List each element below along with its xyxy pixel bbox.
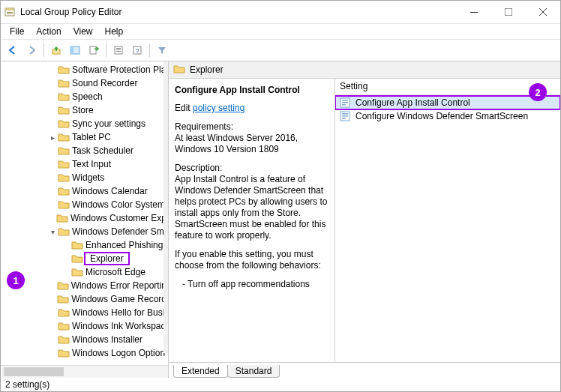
svg-rect-19 [342, 100, 348, 101]
tree-item[interactable]: Windows Ink Workspac [1, 319, 168, 333]
extended-columns: Configure App Install Control Edit polic… [169, 79, 560, 362]
tree-item[interactable]: Text Input [1, 157, 168, 171]
tree-item[interactable]: Enhanced Phishing [1, 238, 168, 252]
menu-view[interactable]: View [68, 25, 99, 38]
tree-item-label: Widgets [72, 172, 104, 183]
tree-item[interactable]: Sync your settings [1, 117, 168, 130]
tree-item[interactable]: Software Protection Pla [1, 63, 168, 76]
folder-icon [57, 294, 69, 304]
back-button[interactable] [4, 41, 22, 59]
tree-item[interactable]: Windows Installer [1, 333, 168, 346]
tree-item-label: Microsoft Edge [86, 267, 146, 277]
minimize-button[interactable] [457, 1, 491, 23]
svg-rect-4 [470, 12, 478, 13]
description-body: App Install Control is a feature of Wind… [175, 174, 328, 241]
status-text: 2 setting(s) [5, 379, 50, 390]
folder-icon [58, 78, 70, 88]
folder-icon [58, 226, 70, 237]
svg-rect-15 [116, 51, 121, 52]
maximize-button[interactable] [491, 1, 526, 23]
tree-item[interactable]: Microsoft Edge [1, 265, 168, 279]
show-hide-tree-button[interactable] [66, 41, 84, 59]
tree-item[interactable]: Windows Calendar [1, 184, 168, 198]
help-button[interactable]: ? [128, 41, 146, 59]
export-list-button[interactable] [85, 41, 103, 59]
up-one-level-button[interactable] [47, 41, 65, 59]
toolbar-separator [149, 43, 150, 57]
tree-item[interactable]: Widgets [1, 171, 168, 184]
tree-item[interactable]: Windows Hello for Busi [1, 306, 168, 319]
tree-item[interactable]: Windows Error Reportin [1, 279, 168, 292]
description-heading: Description: [175, 163, 328, 174]
tree-item-label: Explorer [84, 252, 130, 265]
toolbar-separator [44, 43, 44, 57]
menu-help[interactable]: Help [99, 25, 130, 38]
collapse-icon[interactable]: ▾ [47, 228, 58, 236]
settings-list-item[interactable]: Configure App Install Control [335, 96, 560, 109]
tree-item-label: Windows Defender Sm [72, 226, 164, 237]
tree-item[interactable]: Windows Game Record [1, 292, 168, 306]
folder-icon [173, 64, 185, 76]
tree-item[interactable]: ▸Tablet PC [1, 130, 168, 144]
properties-button[interactable] [110, 41, 128, 59]
tab-standard[interactable]: Standard [227, 365, 280, 378]
folder-icon [58, 307, 70, 318]
vertical-scrollbar[interactable] [164, 61, 168, 353]
horizontal-scrollbar[interactable] [1, 365, 168, 378]
tab-extended[interactable]: Extended [173, 365, 228, 378]
svg-rect-5 [505, 8, 512, 16]
console-body: Explorer Configure App Install Control E… [169, 61, 560, 363]
settings-list-column: Setting Configure App Install ControlCon… [335, 79, 560, 362]
folder-icon [58, 91, 70, 102]
tree-item[interactable]: Task Scheduler [1, 144, 168, 157]
tree-item-label: Windows Game Record [71, 294, 166, 304]
menubar: File Action View Help [1, 24, 560, 40]
tree-item-label: Windows Ink Workspac [72, 321, 165, 331]
folder-icon [58, 186, 70, 196]
folder-icon [58, 348, 70, 358]
svg-rect-14 [116, 49, 121, 50]
svg-rect-1 [5, 8, 14, 10]
menu-file[interactable]: File [4, 25, 30, 38]
forward-button[interactable] [22, 41, 40, 59]
tree-item[interactable]: Windows Color System [1, 198, 168, 211]
policy-title: Configure App Install Control [175, 85, 328, 95]
tree-item[interactable]: Windows Customer Exp [1, 211, 168, 225]
results-header-label: Explorer [190, 64, 224, 75]
edit-policy-link[interactable]: policy setting [193, 103, 244, 113]
svg-rect-23 [342, 113, 348, 115]
svg-rect-2 [7, 12, 13, 13]
svg-text:?: ? [135, 47, 139, 55]
tree: Software Protection PlaSound RecorderSpe… [1, 61, 168, 361]
scrollbar-thumb[interactable] [4, 367, 64, 376]
settings-list-item[interactable]: Configure Windows Defender SmartScreen [335, 109, 560, 123]
tree-item-label: Windows Installer [72, 334, 142, 345]
folder-icon [56, 213, 68, 223]
titlebar: Local Group Policy Editor [1, 1, 560, 24]
tree-item[interactable]: ▾Windows Defender Sm [1, 225, 168, 238]
tree-item-label: Windows Color System [72, 199, 165, 210]
description-body3: - Turn off app recommendations [175, 279, 328, 290]
folder-icon [57, 280, 69, 291]
requirements-body: At least Windows Server 2016, Windows 10… [175, 133, 328, 155]
close-button[interactable] [526, 1, 560, 23]
result-pane: Explorer Configure App Install Control E… [169, 61, 560, 378]
tree-scroll[interactable]: Software Protection PlaSound RecorderSpe… [1, 61, 168, 365]
tree-item[interactable]: Store [1, 103, 168, 117]
tree-item-label: Task Scheduler [72, 145, 134, 156]
tree-item[interactable]: Sound Recorder [1, 76, 168, 90]
settings-column-header[interactable]: Setting [335, 79, 560, 94]
tree-item-label: Windows Logon Option [72, 348, 165, 358]
window-title: Local Group Policy Editor [20, 7, 457, 17]
folder-icon [58, 334, 70, 345]
expand-icon[interactable]: ▸ [47, 133, 58, 142]
tree-item[interactable]: Speech [1, 90, 168, 103]
folder-icon [58, 64, 70, 75]
settings-item-label: Configure App Install Control [356, 97, 470, 108]
menu-action[interactable]: Action [30, 25, 67, 38]
results-header: Explorer [169, 61, 560, 79]
app-icon [4, 6, 16, 18]
filter-button[interactable] [153, 41, 171, 59]
tree-item[interactable]: Explorer [1, 252, 168, 265]
tree-item[interactable]: Windows Logon Option [1, 346, 168, 360]
